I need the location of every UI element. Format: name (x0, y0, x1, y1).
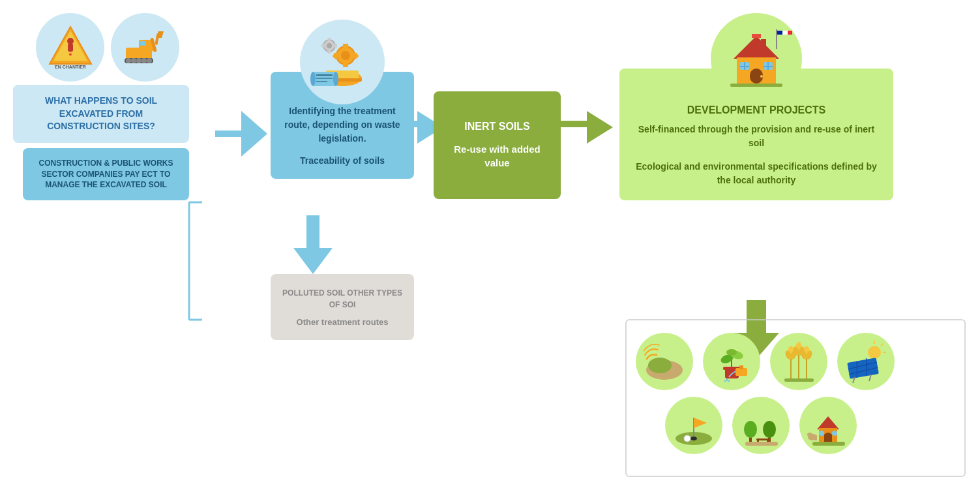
svg-point-99 (690, 437, 697, 440)
svg-rect-36 (313, 72, 336, 86)
svg-rect-118 (810, 433, 812, 437)
agriculture-icon (770, 333, 827, 390)
svg-rect-21 (343, 62, 348, 67)
inert-subtitle: Re-use with added value (443, 142, 551, 170)
svg-rect-5 (68, 44, 73, 52)
svg-point-100 (684, 435, 690, 442)
svg-rect-57 (761, 39, 766, 51)
dev-title: DEVELOPMENT PROJECTS (632, 104, 880, 116)
svg-text:EN CHANTIER: EN CHANTIER (55, 65, 86, 69)
svg-point-16 (141, 58, 147, 63)
svg-point-13 (126, 58, 131, 63)
house-icon (720, 26, 792, 91)
park-svg (740, 405, 782, 447)
golf-icon (665, 397, 722, 454)
svg-rect-113 (812, 442, 845, 446)
svg-point-41 (333, 72, 338, 86)
what-happens-box: WHAT HAPPENS TO SOIL EXCAVATED FROM CONS… (13, 85, 189, 143)
top-icons-row: ! EN CHANTIER (26, 13, 189, 82)
treatment-text: Identifying the treatment route, dependi… (280, 104, 404, 146)
solar-svg (845, 341, 887, 383)
svg-point-66 (726, 349, 737, 356)
arrow-left-to-treatment (215, 111, 267, 157)
farm-icon (799, 397, 857, 454)
companies-section: CONSTRUCTION & PUBLIC WORKS SECTOR COMPA… (13, 148, 189, 200)
svg-point-69 (726, 378, 728, 381)
svg-marker-11 (156, 31, 164, 38)
dev-icon-circle (711, 13, 802, 104)
svg-rect-105 (756, 438, 769, 440)
treatment-section: Identifying the treatment route, dependi… (271, 20, 414, 179)
companies-box: CONSTRUCTION & PUBLIC WORKS SECTOR COMPA… (23, 148, 189, 200)
svg-point-14 (131, 58, 136, 63)
provision-text: Self-financed through the provision and … (632, 123, 880, 150)
polluted-subtitle: Other treatment routes (280, 317, 404, 327)
svg-rect-42 (776, 29, 777, 49)
treatment-icon-circle (300, 20, 385, 104)
polluted-title: POLLUTED SOIL OTHER TYPES OF SOI (280, 287, 404, 311)
garden-icon (703, 333, 760, 390)
svg-marker-98 (694, 418, 707, 428)
svg-point-4 (67, 38, 74, 44)
polluted-box: POLLUTED SOIL OTHER TYPES OF SOI Other t… (271, 274, 414, 340)
svg-rect-108 (745, 442, 778, 446)
traceability-text: Traceability of soils (280, 155, 404, 166)
svg-point-50 (760, 75, 763, 78)
uses-row-1 (626, 323, 965, 390)
svg-marker-46 (734, 36, 779, 59)
svg-rect-20 (343, 44, 348, 49)
warning-circle: ! EN CHANTIER (36, 13, 104, 82)
svg-point-70 (728, 380, 730, 382)
svg-point-60 (648, 358, 672, 373)
bracket-spacer (13, 148, 23, 200)
svg-rect-30 (334, 44, 337, 48)
landscape-icon (636, 333, 693, 390)
svg-rect-8 (140, 41, 145, 46)
svg-point-19 (341, 51, 350, 60)
svg-point-85 (868, 346, 881, 359)
landscape-svg (644, 341, 686, 383)
what-happens-title: WHAT HAPPENS TO SOIL EXCAVATED FROM CONS… (23, 95, 179, 133)
svg-line-87 (881, 344, 883, 346)
svg-rect-84 (784, 378, 814, 382)
svg-rect-68 (739, 365, 743, 369)
svg-rect-44 (782, 31, 788, 35)
svg-point-15 (136, 58, 141, 63)
svg-rect-115 (815, 435, 817, 440)
inert-section: INERT SOILS Re-use with added value (434, 91, 561, 199)
farm-svg (807, 405, 850, 447)
left-section: ! EN CHANTIER (13, 13, 189, 200)
companies-label: CONSTRUCTION & PUBLIC WORKS SECTOR COMPA… (33, 158, 179, 191)
garden-svg (711, 341, 753, 383)
warning-icon: ! EN CHANTIER (44, 22, 97, 74)
svg-rect-47 (752, 34, 761, 38)
dev-section: DEVELOPMENT PROJECTS Self-financed throu… (619, 13, 893, 200)
uses-section (626, 323, 965, 464)
svg-rect-58 (730, 84, 782, 87)
inert-box: INERT SOILS Re-use with added value (434, 91, 561, 199)
inert-title: INERT SOILS (443, 121, 551, 132)
svg-line-95 (869, 375, 871, 381)
svg-rect-29 (328, 50, 331, 54)
solar-icon (837, 333, 895, 390)
golf-svg (673, 405, 715, 447)
uses-row-2 (626, 390, 965, 464)
svg-point-111 (819, 431, 824, 436)
ecological-text: Ecological and environmental specificati… (632, 160, 880, 187)
svg-point-17 (147, 58, 152, 63)
svg-point-27 (327, 43, 332, 48)
svg-point-102 (744, 421, 757, 438)
svg-point-112 (832, 431, 837, 436)
svg-marker-109 (817, 416, 839, 429)
arrow-inert-to-dev (559, 111, 613, 144)
svg-point-40 (310, 72, 316, 86)
svg-rect-56 (764, 66, 773, 67)
svg-rect-45 (788, 31, 792, 35)
svg-rect-43 (777, 31, 782, 35)
svg-point-71 (724, 380, 726, 382)
svg-rect-117 (809, 433, 810, 437)
arrow-treatment-to-polluted (293, 215, 333, 274)
svg-rect-28 (328, 38, 331, 41)
excavator-circle (111, 13, 179, 82)
svg-rect-53 (740, 66, 749, 67)
